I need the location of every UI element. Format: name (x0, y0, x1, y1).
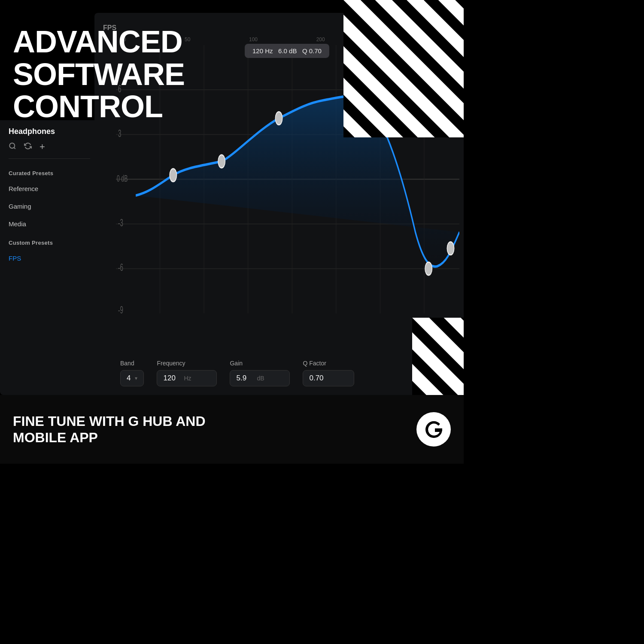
sidebar: Headphones + Curated Presets Reference G… (0, 120, 99, 395)
tooltip-db: 6.0 dB (278, 47, 297, 55)
svg-text:3: 3 (118, 128, 121, 139)
eq-tooltip: 120 Hz 6.0 dB Q 0.70 (245, 44, 329, 58)
footer-line1: FINE TUNE WITH G HUB AND (13, 413, 206, 429)
search-icon[interactable] (9, 142, 16, 152)
frequency-input[interactable]: 120 Hz (157, 370, 217, 386)
sidebar-header: Headphones + (0, 120, 99, 163)
gain-value: 5.9 (236, 374, 253, 383)
sidebar-item-fps[interactable]: FPS (0, 249, 99, 267)
svg-point-35 (425, 262, 432, 275)
gain-input[interactable]: 5.9 dB (230, 370, 290, 386)
svg-point-36 (447, 242, 454, 255)
qfactor-value: 0.70 (309, 374, 326, 383)
qfactor-label: Q Factor (303, 360, 354, 367)
controls-row: Band 4 ▾ Frequency 120 Hz Gain (116, 360, 459, 386)
frequency-unit: Hz (184, 375, 191, 382)
sidebar-item-gaming[interactable]: Gaming (0, 197, 99, 215)
band-control-group: Band 4 ▾ (120, 360, 144, 386)
footer: FINE TUNE WITH G HUB AND MOBILE APP (0, 395, 464, 464)
sidebar-item-media[interactable]: Media (0, 215, 99, 233)
qfactor-input[interactable]: 0.70 (303, 370, 354, 386)
svg-text:-9: -9 (118, 304, 123, 313)
frequency-label: Frequency (157, 360, 217, 367)
hero-text: ADVANCED SOFTWARE CONTROL (13, 26, 185, 123)
svg-point-6 (9, 143, 15, 148)
gain-label: Gain (230, 360, 290, 367)
qfactor-control-group: Q Factor 0.70 (303, 360, 354, 386)
footer-text: FINE TUNE WITH G HUB AND MOBILE APP (13, 413, 206, 446)
eq-controls: Band 4 ▾ Frequency 120 Hz Gain (116, 318, 459, 395)
svg-text:-3: -3 (118, 217, 123, 228)
hero-line2: SOFTWARE (13, 57, 185, 91)
footer-line2: MOBILE APP (13, 430, 98, 445)
frequency-value: 120 (163, 374, 180, 383)
svg-rect-2 (343, 0, 464, 137)
hero-line1: ADVANCED (13, 24, 182, 59)
gain-unit: dB (257, 375, 264, 382)
sync-icon[interactable] (24, 142, 32, 152)
svg-point-31 (170, 169, 176, 182)
add-icon[interactable]: + (39, 141, 45, 152)
tooltip-hz: 120 Hz (252, 47, 273, 55)
sidebar-icons: + (9, 141, 90, 159)
freq-label-200: 200 (316, 36, 325, 43)
freq-label-100: 100 (249, 36, 258, 43)
curated-presets-label: Curated Presets (0, 163, 99, 180)
band-select[interactable]: 4 ▾ (120, 370, 144, 386)
headphones-label: Headphones (9, 127, 90, 136)
diagonal-stripes-bottom (412, 318, 464, 395)
hero-line3: CONTROL (13, 89, 163, 124)
frequency-control-group: Frequency 120 Hz (157, 360, 217, 386)
sidebar-item-reference[interactable]: Reference (0, 180, 99, 197)
svg-text:0 dB: 0 dB (117, 173, 128, 184)
band-label: Band (120, 360, 144, 367)
svg-point-32 (218, 155, 225, 168)
diagonal-stripes (343, 0, 464, 137)
svg-rect-5 (412, 318, 464, 395)
band-value: 4 (127, 374, 131, 383)
custom-presets-label: Custom Presets (0, 233, 99, 249)
tooltip-q: Q 0.70 (302, 47, 322, 55)
svg-text:-6: -6 (118, 261, 123, 273)
gain-control-group: Gain 5.9 dB (230, 360, 290, 386)
logitech-g-logo (416, 412, 451, 447)
band-chevron-icon: ▾ (135, 375, 137, 381)
freq-label-50: 50 (185, 36, 190, 43)
svg-line-7 (14, 147, 15, 149)
svg-point-33 (275, 112, 282, 125)
